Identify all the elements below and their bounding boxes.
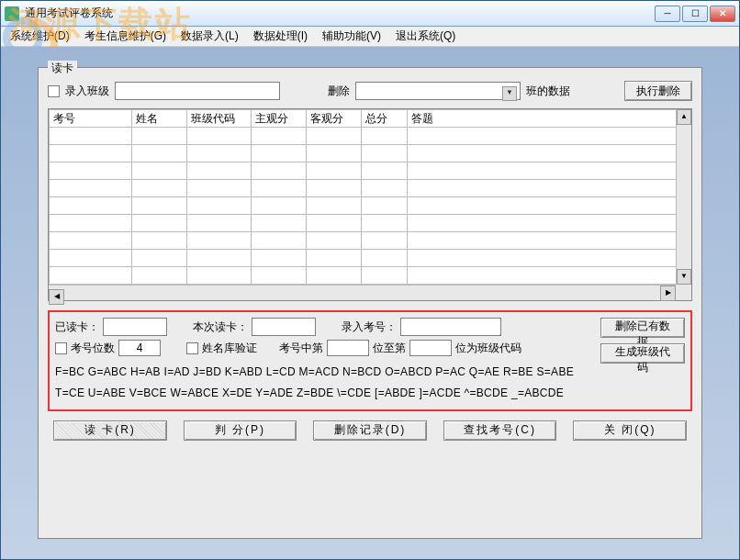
input-exam-label: 录入考号：	[342, 319, 397, 335]
class-data-label: 班的数据	[526, 84, 570, 99]
codes-line-2: T=CE U=ABE V=BCE W=ABCE X=DE Y=ADE Z=BDE…	[55, 383, 593, 404]
mid-label-a: 考号中第	[279, 341, 323, 356]
watermark-text: 河源下载站	[8, 1, 192, 48]
table-row[interactable]	[50, 128, 691, 145]
menu-data-process[interactable]: 数据处理(I)	[248, 27, 313, 46]
answer-codes: F=BC G=ABC H=AB I=AD J=BD K=ABD L=CD M=A…	[55, 362, 593, 404]
col-exam-no[interactable]: 考号	[50, 110, 132, 128]
bottom-button-row: 读 卡(R) 判 分(P) 删除记录(D) 查找考号(C) 关 闭(Q)	[48, 420, 692, 441]
input-exam-input[interactable]	[400, 318, 501, 336]
table-row[interactable]	[50, 215, 691, 232]
score-button[interactable]: 判 分(P)	[184, 420, 297, 441]
menu-aux[interactable]: 辅助功能(V)	[317, 27, 387, 46]
close-button[interactable]: ✕	[710, 6, 735, 22]
record-class-checkbox[interactable]	[48, 85, 60, 97]
col-objective[interactable]: 客观分	[307, 110, 362, 128]
read-count-label: 已读卡：	[55, 319, 99, 335]
table-row[interactable]	[50, 250, 691, 267]
record-class-label: 录入班级	[65, 84, 109, 99]
col-subjective[interactable]: 主观分	[252, 110, 307, 128]
exam-digits-input[interactable]	[118, 340, 161, 356]
mid-label-b: 位至第	[373, 341, 406, 356]
delete-class-select[interactable]	[355, 82, 521, 100]
vertical-scrollbar[interactable]	[676, 109, 691, 285]
mid-label-c: 位为班级代码	[455, 341, 521, 356]
execute-delete-button[interactable]: 执行删除	[624, 81, 692, 101]
name-db-label: 姓名库验证	[202, 341, 257, 356]
pos-from-input[interactable]	[327, 340, 369, 356]
table-row[interactable]	[50, 197, 691, 215]
delete-existing-button[interactable]: 删除已有数据	[600, 318, 685, 338]
maximize-button[interactable]: ☐	[682, 6, 708, 22]
col-name[interactable]: 姓名	[132, 110, 187, 128]
generate-class-code-button[interactable]: 生成班级代码	[600, 343, 685, 364]
col-total[interactable]: 总分	[362, 110, 408, 128]
find-exam-button[interactable]: 查找考号(C)	[443, 420, 557, 441]
delete-record-button[interactable]: 删除记录(D)	[313, 420, 427, 441]
this-read-input[interactable]	[252, 318, 316, 336]
panel-title: 读卡	[48, 61, 77, 76]
read-card-panel: 读卡 录入班级 删除 班的数据 执行删除 考号	[38, 67, 702, 539]
name-db-checkbox[interactable]	[186, 342, 198, 354]
col-answers[interactable]: 答题	[408, 110, 691, 128]
highlighted-section: 已读卡： 本次读卡： 录入考号： 考号位数	[48, 310, 692, 411]
delete-label: 删除	[328, 84, 350, 99]
scroll-corner	[676, 285, 691, 300]
table-row[interactable]	[50, 162, 691, 180]
horizontal-scrollbar[interactable]	[49, 285, 676, 300]
read-count-input[interactable]	[103, 318, 167, 336]
minimize-button[interactable]: ─	[655, 6, 680, 22]
top-row: 录入班级 删除 班的数据 执行删除	[48, 81, 692, 101]
data-table-wrap: 考号 姓名 班级代码 主观分 客观分 总分 答题	[48, 108, 692, 301]
record-class-input[interactable]	[115, 82, 280, 100]
this-read-label: 本次读卡：	[193, 319, 248, 335]
table-row[interactable]	[50, 232, 691, 250]
pos-to-input[interactable]	[409, 340, 452, 356]
exam-digits-checkbox[interactable]	[55, 342, 67, 354]
table-row[interactable]	[50, 267, 691, 285]
main-window: 通用考试评卷系统 ─ ☐ ✕ 系统维护(D) 考生信息维护(G) 数据录入(L)…	[0, 0, 740, 560]
data-table: 考号 姓名 班级代码 主观分 客观分 总分 答题	[49, 109, 691, 285]
exam-digits-label: 考号位数	[71, 341, 115, 356]
menu-exit[interactable]: 退出系统(Q)	[390, 27, 461, 46]
table-row[interactable]	[50, 180, 691, 197]
col-class-code[interactable]: 班级代码	[187, 110, 252, 128]
codes-line-1: F=BC G=ABC H=AB I=AD J=BD K=ABD L=CD M=A…	[55, 362, 593, 383]
table-row[interactable]	[50, 145, 691, 162]
read-card-button[interactable]: 读 卡(R)	[53, 420, 167, 441]
client-area: 读卡 录入班级 删除 班的数据 执行删除 考号	[1, 47, 739, 559]
close-panel-button[interactable]: 关 闭(Q)	[573, 420, 687, 441]
